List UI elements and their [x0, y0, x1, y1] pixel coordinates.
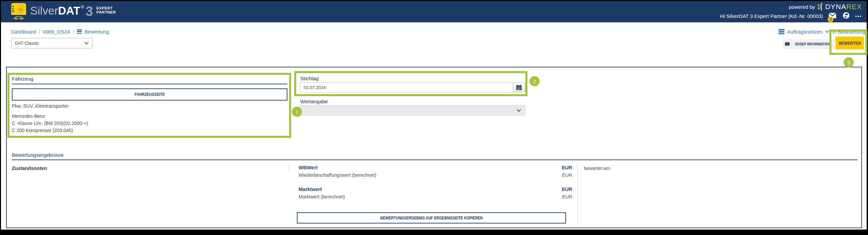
fahrzeug-underline [12, 84, 287, 84]
breadcrumb-dashboard[interactable]: Dashboard [11, 29, 36, 35]
stichtag-date-input[interactable] [300, 82, 513, 92]
result-row-wbwert: WBWert EUR [299, 165, 572, 170]
sd3ep-label: SD3EP INFORMATION [795, 42, 831, 46]
vehicle-class: Pkw, SUV, Kleintransporter [12, 103, 69, 109]
language-globe-button[interactable] [843, 12, 850, 20]
partner-label: PARTNER [96, 10, 116, 14]
result-row-wiederbeschaffungswert: Wiederbeschaffungswert (berechnet) EUR [299, 172, 572, 178]
order-status-row: Auftragsnotizen In Bearbeitung [779, 29, 865, 35]
more-options-button[interactable]: ••• [855, 14, 862, 19]
dat-mode-select[interactable]: DAT-Classic [11, 38, 92, 48]
copy-result-button[interactable]: BEWERTUNGSERGEBNIS AUF ERGEBNISSEITE KOP… [297, 212, 566, 223]
vehicle-submodel: C 200 Kompressor (203.045) [12, 127, 73, 134]
book-icon [784, 42, 790, 47]
expert-label: EXPERT [96, 6, 113, 10]
breadcrumb: Dashboard / 0089_OS24 / Bewertung [11, 29, 109, 35]
dynarex-dyna: DYNA [825, 3, 846, 11]
dynarex-rex: REX [846, 3, 862, 11]
bewerten-button[interactable]: BEWERTEN [836, 37, 864, 49]
dat-hand-icon: ✌ [16, 3, 26, 15]
brand-three: 3 [86, 4, 93, 18]
brand-silver: Silver [30, 4, 58, 18]
app-page: DAT ✌ SilverDAT®3 EXPERT PARTNER powered… [1, 1, 867, 230]
result-label: Marktwert (berechnet) [299, 194, 345, 199]
expert-partner-label: EXPERT PARTNER [96, 6, 116, 14]
user-row: Hi SilverDAT 3 Expert Partner (Kd.-Nr. 0… [720, 12, 862, 20]
brand-dat: DAT [58, 4, 80, 18]
dynarex-icon [818, 3, 825, 11]
dat-mode-value: DAT-Classic [15, 41, 39, 46]
dat-logo-icon: DAT ✌ [11, 3, 26, 20]
result-currency: EUR [562, 165, 572, 170]
results-section-title: Bewertungsergebnisse [12, 152, 64, 158]
bewertet-am-label: bewertet am [584, 166, 610, 171]
result-label: WBWert [299, 165, 318, 170]
result-label: Marktwert [299, 187, 322, 192]
results-underline [12, 159, 858, 160]
result-row-marktwert: Marktwert EUR [299, 187, 572, 192]
hamburger-menu-icon[interactable] [77, 29, 82, 34]
bewertung-panel: Fahrzeug FAHRZEUGSEITE Pkw, SUV, Kleintr… [6, 67, 862, 228]
breadcrumb-separator: / [39, 29, 40, 35]
dat-car-icon [11, 15, 26, 20]
powered-by-label: powered by [789, 4, 815, 10]
dynarex-logo: DYNAREX [818, 3, 862, 11]
vehicle-model: C -Klasse Lim. (BM 203)(02.2000->) [12, 120, 88, 127]
brand-wordmark: SilverDAT®3 EXPERT PARTNER [30, 4, 116, 18]
result-currency: EUR [562, 194, 572, 199]
result-currency: EUR [562, 172, 572, 178]
chevron-down-icon[interactable] [825, 30, 829, 33]
bewerten-label: BEWERTEN [839, 41, 861, 46]
user-greeting: Hi SilverDAT 3 Expert Partner (Kd.-Nr. 0… [720, 13, 823, 19]
breadcrumb-bewertung[interactable]: Bewertung [85, 29, 109, 35]
screenshot-frame: DAT ✌ SilverDAT®3 EXPERT PARTNER powered… [0, 0, 868, 235]
wertangabe-label: Wertangabe [300, 99, 328, 104]
list-icon [779, 29, 784, 34]
annotation-circle-3: 3 [844, 57, 854, 67]
annotation-circle-2: 2 [529, 76, 540, 86]
registered-mark: ® [81, 4, 84, 10]
top-navigation-bar: DAT ✌ SilverDAT®3 EXPERT PARTNER powered… [1, 1, 867, 22]
chevron-down-icon [84, 42, 89, 45]
column-divider [577, 164, 578, 224]
result-row-marktwert-berechnet: Marktwert (berechnet) EUR [299, 194, 572, 199]
mail-button[interactable]: 3 [828, 13, 837, 20]
calendar-icon [516, 84, 522, 90]
globe-icon [843, 12, 850, 19]
header-right-group: powered by DYNAREX Hi SilverDAT 3 Expert… [720, 3, 862, 20]
column-divider [289, 164, 289, 172]
stichtag-label: Stichtag [300, 76, 319, 81]
fahrzeug-section-title: Fahrzeug [12, 76, 33, 82]
auftragsnotizen-link[interactable]: Auftragsnotizen [787, 29, 822, 35]
result-label: Wiederbeschaffungswert (berechnet) [299, 172, 376, 178]
calendar-button[interactable] [513, 82, 525, 92]
sd3ep-information-button[interactable]: SD3EP INFORMATION [783, 39, 834, 49]
chevron-down-icon [517, 109, 521, 112]
breadcrumb-order[interactable]: 0089_OS24 [43, 29, 70, 35]
mail-count-badge: 3 [828, 17, 833, 22]
breadcrumb-separator: / [73, 29, 74, 35]
fahrzeugseite-label: FAHRZEUGSEITE [135, 92, 165, 97]
powered-by-row: powered by DYNAREX [789, 3, 862, 11]
status-badge: In Bearbeitung [832, 29, 865, 35]
result-currency: EUR [562, 187, 572, 192]
zustandsnoten-label: Zustandsnoten [12, 166, 47, 171]
fahrzeugseite-button[interactable]: FAHRZEUGSEITE [12, 88, 287, 101]
wertangabe-select[interactable] [300, 105, 525, 115]
vehicle-manufacturer: Mercedes-Benz [12, 113, 45, 120]
copy-result-label: BEWERTUNGSERGEBNIS AUF ERGEBNISSEITE KOP… [380, 216, 482, 220]
annotation-circle-1: 1 [292, 107, 302, 117]
